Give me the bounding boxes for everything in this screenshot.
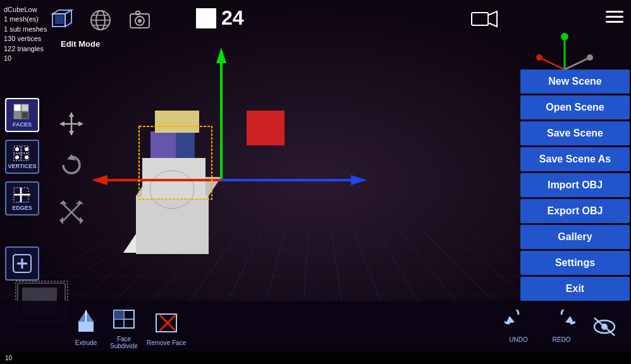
video-camera-icon[interactable] xyxy=(470,9,498,32)
triangles-count: 122 triangles xyxy=(4,44,47,54)
add-object-button[interactable] xyxy=(5,246,39,281)
bottom-left-tools: Extrude Face Subdivide xyxy=(13,303,186,349)
svg-point-71 xyxy=(561,33,568,40)
vertices-tool-button[interactable]: VERTICES xyxy=(5,140,39,174)
navigation-cross[interactable] xyxy=(58,111,85,142)
camera-capture-icon[interactable] xyxy=(126,6,154,34)
hamburger-line-3 xyxy=(606,21,623,23)
remove-face-icon xyxy=(151,306,181,337)
svg-rect-51 xyxy=(21,195,28,202)
extrude-tool[interactable]: Extrude xyxy=(71,306,101,346)
face-subdivide-tool[interactable]: Face Subdivide xyxy=(109,303,139,349)
hamburger-line-2 xyxy=(606,16,623,18)
svg-rect-32 xyxy=(136,11,140,15)
extra-number: 10 xyxy=(4,54,47,63)
gallery-button[interactable]: Gallery xyxy=(520,225,630,249)
svg-rect-24 xyxy=(55,15,64,24)
coordinate-text: 10 xyxy=(5,355,12,361)
object-name: dCubeLow xyxy=(4,5,47,15)
svg-marker-87 xyxy=(565,316,574,324)
save-scene-button[interactable]: Save Scene xyxy=(520,121,630,145)
svg-marker-35 xyxy=(488,11,497,27)
svg-point-33 xyxy=(138,19,142,23)
mesh-icon[interactable] xyxy=(47,6,75,34)
svg-rect-49 xyxy=(21,188,28,195)
new-scene-button[interactable]: New Scene xyxy=(520,70,630,94)
import-obj-button[interactable]: Import OBJ xyxy=(520,173,630,197)
settings-button[interactable]: Settings xyxy=(520,251,630,275)
svg-marker-59 xyxy=(69,112,74,117)
edges-label: EDGES xyxy=(12,205,32,211)
faces-label: FACES xyxy=(13,121,32,128)
svg-marker-66 xyxy=(59,200,67,204)
svg-point-46 xyxy=(15,155,19,159)
faces-tool-button[interactable]: FACES xyxy=(5,98,39,132)
frame-counter: 24 xyxy=(196,6,244,30)
svg-marker-21 xyxy=(65,10,71,27)
sub-mesh: 1 sub meshes xyxy=(4,25,47,34)
undo-label: UNDO xyxy=(509,336,527,343)
globe-icon[interactable] xyxy=(87,6,114,34)
svg-rect-38 xyxy=(14,112,21,119)
svg-rect-37 xyxy=(21,104,28,111)
white-square xyxy=(196,8,216,28)
top-toolbar xyxy=(47,6,154,34)
svg-marker-61 xyxy=(59,121,64,126)
svg-marker-62 xyxy=(78,121,83,126)
svg-rect-36 xyxy=(14,104,21,111)
hamburger-menu-button[interactable] xyxy=(603,5,626,28)
svg-marker-69 xyxy=(80,217,83,224)
svg-line-74 xyxy=(565,58,589,70)
extrude-label: Extrude xyxy=(75,339,97,346)
svg-rect-50 xyxy=(14,195,21,202)
svg-rect-48 xyxy=(14,188,21,195)
rotate-undo-icon[interactable] xyxy=(58,152,85,184)
face-subdivide-label: Face Subdivide xyxy=(110,336,138,349)
open-scene-button[interactable]: Open Scene xyxy=(520,95,630,119)
svg-point-45 xyxy=(25,147,28,151)
hamburger-line-1 xyxy=(606,11,623,13)
svg-rect-82 xyxy=(114,310,124,319)
mesh-count: 1 mesh(es) xyxy=(4,15,47,24)
vertices-count: 130 vertices xyxy=(4,34,47,44)
undo-button[interactable]: UNDO xyxy=(505,310,532,343)
bottom-right-tools: UNDO REDO xyxy=(505,310,618,343)
redo-label: REDO xyxy=(553,336,571,343)
svg-rect-76 xyxy=(78,322,94,332)
visibility-toggle-button[interactable] xyxy=(591,314,618,338)
face-subdivide-icon xyxy=(109,303,139,333)
redo-button[interactable]: REDO xyxy=(548,310,575,343)
save-scene-as-button[interactable]: Save Scene As xyxy=(520,147,630,171)
side-menu: New Scene Open Scene Save Scene Save Sce… xyxy=(520,70,631,301)
frame-number: 24 xyxy=(221,6,244,30)
svg-marker-60 xyxy=(69,131,74,136)
remove-face-tool[interactable]: Remove Face xyxy=(147,306,186,346)
export-obj-button[interactable]: Export OBJ xyxy=(520,199,630,223)
info-panel: dCubeLow 1 mesh(es) 1 sub meshes 130 ver… xyxy=(4,5,47,63)
extrude-icon xyxy=(71,306,101,337)
svg-marker-68 xyxy=(59,217,63,224)
svg-line-72 xyxy=(541,58,565,70)
svg-point-44 xyxy=(15,147,19,151)
svg-point-73 xyxy=(536,54,542,61)
edges-tool-button[interactable]: EDGES xyxy=(5,181,39,215)
svg-point-47 xyxy=(25,155,28,159)
exit-button[interactable]: Exit xyxy=(520,277,630,301)
coordinate-bar: 10 xyxy=(0,351,631,364)
svg-marker-67 xyxy=(76,200,83,204)
svg-point-75 xyxy=(587,54,593,61)
svg-rect-39 xyxy=(21,112,28,119)
svg-rect-34 xyxy=(472,13,488,25)
vertices-label: VERTICES xyxy=(8,163,36,169)
bottom-toolbar: Extrude Face Subdivide xyxy=(0,301,631,351)
svg-marker-86 xyxy=(506,316,515,324)
edit-mode-label: Edit Mode xyxy=(61,39,100,49)
left-tools-panel: FACES VERTICES EDGES xyxy=(5,98,39,215)
remove-face-label: Remove Face xyxy=(147,339,186,346)
scale-icon[interactable] xyxy=(58,199,85,230)
